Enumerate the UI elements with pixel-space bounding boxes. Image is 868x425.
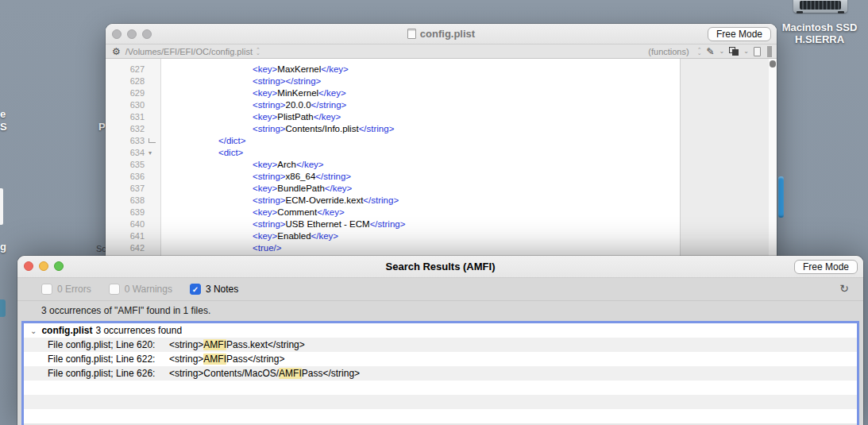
pen-icon[interactable]: ✎ bbox=[707, 47, 715, 56]
result-snippet: <string>AMFIPass.kext</string> bbox=[169, 339, 305, 350]
empty-row bbox=[24, 381, 857, 395]
editor-window: config.plist Free Mode ⚙ /Volumes/EFI/EF… bbox=[106, 24, 777, 265]
search-results-table[interactable]: ⌄ config.plist 3 occurrences found File … bbox=[21, 321, 859, 425]
code-line[interactable]: <string></string> bbox=[161, 75, 680, 87]
gear-icon[interactable]: ⚙ bbox=[112, 47, 121, 56]
search-result-row[interactable]: File config.plist; Line 622:<string>AMFI… bbox=[24, 352, 857, 366]
code-line[interactable]: <dict> bbox=[161, 147, 680, 159]
empty-row bbox=[24, 409, 857, 423]
filter-0-warnings[interactable]: 0 Warnings bbox=[109, 284, 172, 295]
free-mode-button[interactable]: Free Mode bbox=[708, 27, 771, 41]
layers-icon[interactable] bbox=[729, 47, 739, 56]
path-bar: ⚙ /Volumes/EFI/EFI/OC/config.plist ⌃⌄ (f… bbox=[106, 44, 777, 59]
marker-slot bbox=[148, 218, 157, 230]
marker-slot bbox=[148, 75, 157, 87]
code-line[interactable]: <string>x86_64</string> bbox=[161, 171, 680, 183]
empty-row bbox=[24, 395, 857, 409]
search-results-window: Search Results (AMFI) Free Mode 0 Errors… bbox=[17, 256, 863, 425]
checkbox-checked[interactable]: ✓ bbox=[190, 284, 201, 295]
fold-end-marker[interactable] bbox=[148, 135, 157, 147]
document-icon bbox=[407, 29, 416, 39]
line-number: 633 bbox=[106, 135, 160, 147]
result-snippet: <string>AMFIPass</string> bbox=[169, 354, 284, 365]
line-number-gutter: 627628629630631632633634▾635636637638639… bbox=[106, 59, 161, 264]
marker-slot bbox=[148, 171, 157, 183]
editor-title-text: config.plist bbox=[420, 28, 475, 40]
marker-slot bbox=[148, 64, 157, 75]
code-line[interactable]: </dict> bbox=[161, 135, 680, 147]
result-group-header[interactable]: ⌄ config.plist 3 occurrences found bbox=[24, 323, 857, 338]
search-result-row[interactable]: File config.plist; Line 626:<string>Cont… bbox=[24, 366, 857, 381]
code-line[interactable]: <key>MaxKernel</key> bbox=[161, 64, 680, 75]
search-titlebar[interactable]: Search Results (AMFI) Free Mode bbox=[17, 256, 863, 278]
line-number: 627 bbox=[106, 64, 160, 75]
scrollbar-thumb[interactable] bbox=[770, 60, 776, 68]
line-number: 639 bbox=[106, 207, 160, 218]
marker-slot bbox=[148, 195, 157, 207]
filter-label: 3 Notes bbox=[206, 284, 238, 295]
chevron-down-icon[interactable]: ⌄ bbox=[719, 48, 725, 55]
code-line[interactable]: <key>Enabled</key> bbox=[161, 230, 680, 242]
functions-dropdown[interactable]: (functions) bbox=[648, 47, 689, 56]
drive-label-line2: H.SIERRA bbox=[764, 33, 868, 45]
checkbox-unchecked[interactable] bbox=[41, 284, 52, 295]
line-number: 641 bbox=[106, 230, 160, 242]
vertical-scrollbar[interactable] bbox=[769, 59, 777, 264]
chevron-down-icon[interactable]: ⌄ bbox=[30, 326, 37, 335]
external-drive-icon[interactable] bbox=[793, 0, 847, 13]
editor-titlebar[interactable]: config.plist Free Mode bbox=[106, 24, 777, 44]
line-number: 630 bbox=[106, 99, 160, 111]
code-line[interactable]: <key>BundlePath</key> bbox=[161, 183, 680, 195]
checkbox-unchecked[interactable] bbox=[109, 284, 120, 295]
search-result-row[interactable]: File config.plist; Line 620:<string>AMFI… bbox=[24, 338, 857, 352]
line-number: 638 bbox=[106, 195, 160, 207]
code-line[interactable]: <key>PlistPath</key> bbox=[161, 111, 680, 123]
match-highlight: AMFI bbox=[203, 354, 226, 365]
line-number: 634▾ bbox=[106, 147, 160, 159]
line-number: 640 bbox=[106, 218, 160, 230]
filter-toolbar: 0 Errors0 Warnings✓3 Notes ↻ bbox=[17, 278, 863, 301]
editor-window-title: config.plist bbox=[106, 28, 777, 40]
code-line[interactable]: <string>Contents/Info.plist</string> bbox=[161, 123, 680, 135]
line-number: 632 bbox=[106, 123, 160, 135]
desktop-item-fragment bbox=[0, 188, 3, 225]
desktop-label-fragment: P bbox=[98, 121, 106, 133]
code-line[interactable]: <true/> bbox=[161, 242, 680, 254]
result-snippet: <string>Contents/MacOS/AMFIPass</string> bbox=[169, 368, 360, 379]
code-line[interactable]: <key>Arch</key> bbox=[161, 159, 680, 171]
refresh-icon[interactable]: ↻ bbox=[839, 282, 849, 295]
chevron-updown-icon[interactable]: ⌃⌄ bbox=[697, 48, 702, 55]
filter-3-notes[interactable]: ✓3 Notes bbox=[190, 284, 238, 295]
marker-slot bbox=[148, 123, 157, 135]
hidden-blue-button-fragment bbox=[778, 176, 784, 218]
filter-label: 0 Warnings bbox=[125, 284, 172, 295]
code-line[interactable]: <string>20.0.0</string> bbox=[161, 99, 680, 111]
disclosure-triangle-icon[interactable]: ▾ bbox=[148, 147, 157, 159]
marker-slot bbox=[148, 111, 157, 123]
line-number: 629 bbox=[106, 87, 160, 99]
drive-foot bbox=[838, 11, 844, 14]
drive-foot bbox=[797, 11, 803, 14]
drive-label[interactable]: Macintosh SSD H.SIERRA bbox=[764, 21, 868, 45]
editor-side-panel bbox=[680, 59, 769, 264]
result-group-name: config.plist bbox=[41, 325, 92, 336]
result-location: File config.plist; Line 622: bbox=[48, 354, 169, 365]
code-area[interactable]: <key>MaxKernel</key><string></string><ke… bbox=[161, 59, 680, 264]
code-line[interactable]: <string>ECM-Override.kext</string> bbox=[161, 195, 680, 207]
search-status-text: 3 occurrences of "AMFI" found in 1 files… bbox=[17, 301, 863, 321]
chevron-updown-icon[interactable]: ⌃⌄ bbox=[256, 48, 260, 55]
file-path[interactable]: /Volumes/EFI/EFI/OC/config.plist bbox=[125, 47, 253, 56]
line-number: 631 bbox=[106, 111, 160, 123]
code-line[interactable]: <key>Comment</key> bbox=[161, 207, 680, 218]
desktop-label-fragment: g bbox=[0, 241, 6, 253]
match-highlight: AMFI bbox=[203, 339, 226, 350]
document-outline-icon[interactable] bbox=[754, 47, 761, 56]
filter-label: 0 Errors bbox=[57, 284, 91, 295]
chevron-down-icon[interactable]: ⌄ bbox=[743, 48, 749, 55]
code-line[interactable]: <string>USB Ethernet - ECM</string> bbox=[161, 218, 680, 230]
search-window-title: Search Results (AMFI) bbox=[17, 261, 863, 272]
free-mode-button[interactable]: Free Mode bbox=[794, 260, 858, 274]
filter-0-errors[interactable]: 0 Errors bbox=[41, 284, 91, 295]
code-line[interactable]: <key>MinKernel</key> bbox=[161, 87, 680, 99]
marker-slot bbox=[148, 242, 157, 254]
